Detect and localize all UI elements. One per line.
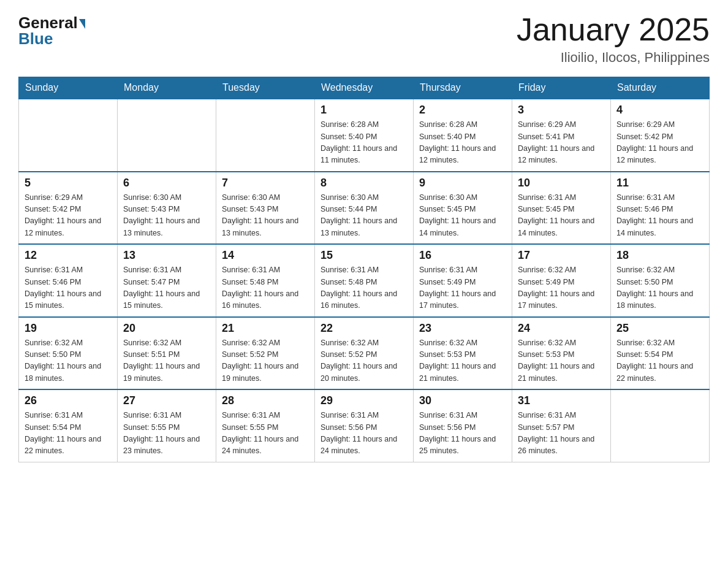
table-row: 9Sunrise: 6:30 AMSunset: 5:45 PMDaylight…	[414, 172, 512, 245]
table-row: 25Sunrise: 6:32 AMSunset: 5:54 PMDayligh…	[611, 317, 710, 390]
day-info: Sunrise: 6:32 AMSunset: 5:52 PMDaylight:…	[222, 337, 309, 385]
day-info: Sunrise: 6:31 AMSunset: 5:45 PMDaylight:…	[518, 192, 605, 240]
day-number: 24	[518, 322, 605, 335]
day-info: Sunrise: 6:30 AMSunset: 5:45 PMDaylight:…	[419, 192, 506, 240]
table-row: 1Sunrise: 6:28 AMSunset: 5:40 PMDaylight…	[315, 99, 414, 172]
table-row: 19Sunrise: 6:32 AMSunset: 5:50 PMDayligh…	[19, 317, 118, 390]
day-info: Sunrise: 6:32 AMSunset: 5:52 PMDaylight:…	[320, 337, 408, 385]
table-row: 13Sunrise: 6:31 AMSunset: 5:47 PMDayligh…	[118, 244, 216, 317]
day-info: Sunrise: 6:31 AMSunset: 5:55 PMDaylight:…	[123, 410, 210, 458]
table-row: 2Sunrise: 6:28 AMSunset: 5:40 PMDaylight…	[414, 99, 512, 172]
table-row: 20Sunrise: 6:32 AMSunset: 5:51 PMDayligh…	[118, 317, 216, 390]
day-number: 14	[222, 249, 309, 262]
day-info: Sunrise: 6:31 AMSunset: 5:56 PMDaylight:…	[419, 410, 506, 458]
day-number: 4	[616, 104, 703, 117]
table-row: 30Sunrise: 6:31 AMSunset: 5:56 PMDayligh…	[414, 389, 512, 462]
table-row	[611, 389, 710, 462]
table-row: 5Sunrise: 6:29 AMSunset: 5:42 PMDaylight…	[19, 172, 118, 245]
table-row	[118, 99, 216, 172]
calendar-week-row: 26Sunrise: 6:31 AMSunset: 5:54 PMDayligh…	[19, 389, 710, 462]
table-row: 17Sunrise: 6:32 AMSunset: 5:49 PMDayligh…	[512, 244, 611, 317]
day-info: Sunrise: 6:32 AMSunset: 5:50 PMDaylight:…	[616, 264, 703, 312]
table-row: 7Sunrise: 6:30 AMSunset: 5:43 PMDaylight…	[216, 172, 315, 245]
table-row: 18Sunrise: 6:32 AMSunset: 5:50 PMDayligh…	[611, 244, 710, 317]
col-thursday: Thursday	[414, 77, 512, 99]
month-title: January 2025	[517, 12, 710, 47]
day-number: 28	[222, 394, 309, 407]
table-row: 24Sunrise: 6:32 AMSunset: 5:53 PMDayligh…	[512, 317, 611, 390]
day-number: 21	[222, 322, 309, 335]
table-row: 27Sunrise: 6:31 AMSunset: 5:55 PMDayligh…	[118, 389, 216, 462]
day-info: Sunrise: 6:31 AMSunset: 5:48 PMDaylight:…	[222, 264, 309, 312]
title-area: January 2025 Ilioilio, Ilocos, Philippin…	[517, 12, 710, 66]
day-number: 22	[320, 322, 408, 335]
day-info: Sunrise: 6:31 AMSunset: 5:49 PMDaylight:…	[419, 264, 506, 312]
day-number: 16	[419, 249, 506, 262]
day-number: 30	[419, 394, 506, 407]
day-info: Sunrise: 6:29 AMSunset: 5:41 PMDaylight:…	[518, 119, 605, 167]
calendar-week-row: 1Sunrise: 6:28 AMSunset: 5:40 PMDaylight…	[19, 99, 710, 172]
day-number: 3	[518, 104, 605, 117]
day-info: Sunrise: 6:32 AMSunset: 5:53 PMDaylight:…	[518, 337, 605, 385]
day-info: Sunrise: 6:28 AMSunset: 5:40 PMDaylight:…	[320, 119, 408, 167]
col-friday: Friday	[512, 77, 611, 99]
day-info: Sunrise: 6:29 AMSunset: 5:42 PMDaylight:…	[25, 192, 112, 240]
table-row: 10Sunrise: 6:31 AMSunset: 5:45 PMDayligh…	[512, 172, 611, 245]
table-row: 22Sunrise: 6:32 AMSunset: 5:52 PMDayligh…	[315, 317, 414, 390]
day-number: 23	[419, 322, 506, 335]
table-row: 29Sunrise: 6:31 AMSunset: 5:56 PMDayligh…	[315, 389, 414, 462]
logo-blue-text: Blue	[18, 29, 53, 48]
col-tuesday: Tuesday	[216, 77, 315, 99]
table-row: 16Sunrise: 6:31 AMSunset: 5:49 PMDayligh…	[414, 244, 512, 317]
day-info: Sunrise: 6:30 AMSunset: 5:43 PMDaylight:…	[222, 192, 309, 240]
day-info: Sunrise: 6:29 AMSunset: 5:42 PMDaylight:…	[616, 119, 703, 167]
calendar-week-row: 12Sunrise: 6:31 AMSunset: 5:46 PMDayligh…	[19, 244, 710, 317]
day-info: Sunrise: 6:31 AMSunset: 5:56 PMDaylight:…	[320, 410, 408, 458]
table-row: 3Sunrise: 6:29 AMSunset: 5:41 PMDaylight…	[512, 99, 611, 172]
day-info: Sunrise: 6:30 AMSunset: 5:44 PMDaylight:…	[320, 192, 408, 240]
day-number: 27	[123, 394, 210, 407]
table-row: 31Sunrise: 6:31 AMSunset: 5:57 PMDayligh…	[512, 389, 611, 462]
day-number: 25	[616, 322, 703, 335]
day-number: 19	[25, 322, 112, 335]
day-number: 15	[320, 249, 408, 262]
day-number: 13	[123, 249, 210, 262]
logo-general-text: General	[18, 15, 78, 31]
day-info: Sunrise: 6:31 AMSunset: 5:46 PMDaylight:…	[616, 192, 703, 240]
day-number: 2	[419, 104, 506, 117]
calendar-header-row: Sunday Monday Tuesday Wednesday Thursday…	[19, 77, 710, 99]
col-sunday: Sunday	[19, 77, 118, 99]
table-row	[19, 99, 118, 172]
day-number: 5	[25, 177, 112, 190]
day-info: Sunrise: 6:28 AMSunset: 5:40 PMDaylight:…	[419, 119, 506, 167]
day-number: 17	[518, 249, 605, 262]
day-number: 18	[616, 249, 703, 262]
table-row: 4Sunrise: 6:29 AMSunset: 5:42 PMDaylight…	[611, 99, 710, 172]
day-info: Sunrise: 6:32 AMSunset: 5:51 PMDaylight:…	[123, 337, 210, 385]
calendar-table: Sunday Monday Tuesday Wednesday Thursday…	[18, 77, 710, 462]
table-row: 26Sunrise: 6:31 AMSunset: 5:54 PMDayligh…	[19, 389, 118, 462]
logo-triangle-icon	[79, 19, 85, 29]
day-info: Sunrise: 6:31 AMSunset: 5:55 PMDaylight:…	[222, 410, 309, 458]
location-subtitle: Ilioilio, Ilocos, Philippines	[517, 50, 710, 66]
day-info: Sunrise: 6:30 AMSunset: 5:43 PMDaylight:…	[123, 192, 210, 240]
day-number: 20	[123, 322, 210, 335]
calendar-week-row: 19Sunrise: 6:32 AMSunset: 5:50 PMDayligh…	[19, 317, 710, 390]
table-row: 11Sunrise: 6:31 AMSunset: 5:46 PMDayligh…	[611, 172, 710, 245]
day-info: Sunrise: 6:31 AMSunset: 5:54 PMDaylight:…	[25, 410, 112, 458]
day-number: 6	[123, 177, 210, 190]
table-row: 21Sunrise: 6:32 AMSunset: 5:52 PMDayligh…	[216, 317, 315, 390]
col-saturday: Saturday	[611, 77, 710, 99]
day-number: 10	[518, 177, 605, 190]
day-number: 12	[25, 249, 112, 262]
table-row: 12Sunrise: 6:31 AMSunset: 5:46 PMDayligh…	[19, 244, 118, 317]
table-row	[216, 99, 315, 172]
day-info: Sunrise: 6:31 AMSunset: 5:46 PMDaylight:…	[25, 264, 112, 312]
table-row: 28Sunrise: 6:31 AMSunset: 5:55 PMDayligh…	[216, 389, 315, 462]
day-info: Sunrise: 6:31 AMSunset: 5:57 PMDaylight:…	[518, 410, 605, 458]
calendar-week-row: 5Sunrise: 6:29 AMSunset: 5:42 PMDaylight…	[19, 172, 710, 245]
day-number: 31	[518, 394, 605, 407]
col-monday: Monday	[118, 77, 216, 99]
table-row: 6Sunrise: 6:30 AMSunset: 5:43 PMDaylight…	[118, 172, 216, 245]
day-info: Sunrise: 6:32 AMSunset: 5:53 PMDaylight:…	[419, 337, 506, 385]
